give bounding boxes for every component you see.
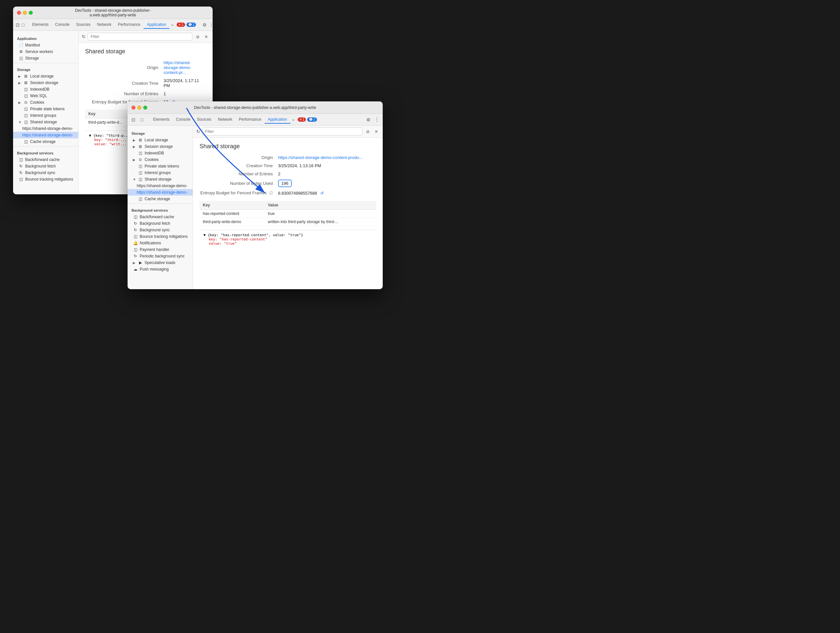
info-origin-value-front[interactable]: https://shared-storage-demo-content-prod…	[278, 155, 363, 160]
json-line3-front: value: "true"	[204, 242, 372, 246]
sidebar-item-bfcache-front[interactable]: ◫ Back/forward cache	[128, 214, 193, 220]
minimize-button-back[interactable]	[23, 11, 27, 15]
devtools-icon-back[interactable]: ⊡	[16, 22, 20, 28]
tab-console-back[interactable]: Console	[52, 21, 73, 29]
sidebar-item-bgsync-front[interactable]: ↻ Background sync	[128, 227, 193, 233]
sidebar-item-websql-back[interactable]: ◫ Web SQL	[13, 93, 78, 99]
sidebar-item-push-front[interactable]: ☁ Push messaging	[128, 266, 193, 273]
refresh-button-front[interactable]: ↻	[196, 129, 200, 134]
sidebar-item-indexeddb-front[interactable]: ◫ IndexedDB	[128, 150, 193, 156]
sidebar-item-cookies-front[interactable]: ▶ ⊙ Cookies	[128, 156, 193, 163]
sidebar-item-serviceworkers-back[interactable]: ⚙ Service workers	[13, 49, 78, 55]
settings-icon-front[interactable]: ⚙	[365, 117, 372, 123]
more-options-icon-back[interactable]: ⋮	[209, 22, 213, 28]
json-key3-front: value:	[209, 242, 222, 246]
minimize-button-front[interactable]	[137, 106, 141, 110]
tab-console-front[interactable]: Console	[173, 116, 194, 124]
sidebar-item-session-storage-back[interactable]: ▶ ⊞ Session storage	[13, 79, 78, 86]
close-button-back[interactable]	[17, 11, 21, 15]
sidebar-item-shared-url2-back[interactable]: https://shared-storage-demo-	[13, 132, 78, 138]
sidebar-item-manifest-back[interactable]: 📄 Manifest	[13, 42, 78, 49]
json-val2-front: "has-reported-content"	[219, 237, 267, 242]
filter-input-back[interactable]	[88, 33, 192, 41]
sidebar-item-notifications-front[interactable]: 🔔 Notifications	[128, 240, 193, 246]
clear-filter-back[interactable]: ⊘	[194, 33, 201, 40]
notifications-icon-front: 🔔	[133, 241, 138, 245]
table-row-2-front[interactable]: third-party-write-demo written into thir…	[199, 218, 376, 226]
tab-network-front[interactable]: Network	[215, 116, 235, 124]
badge-blue-back: 💬 2	[186, 22, 196, 27]
info-creation-row-front: Creation Time 3/25/2024, 1:13:16 PM	[199, 163, 376, 168]
sidebar-item-shared-storage-front[interactable]: ▼ ◫ Shared storage	[128, 176, 193, 183]
sidebar-item-payment-front[interactable]: ◫ Payment handler	[128, 246, 193, 253]
tab-more-front[interactable]: »	[291, 117, 296, 123]
tab-sources-back[interactable]: Sources	[73, 21, 94, 29]
sidebar-item-private-state-back[interactable]: ◫ Private state tokens	[13, 106, 78, 112]
sidebar-item-shared-url1-back[interactable]: https://shared-storage-demo-	[13, 125, 78, 132]
tab-performance-back[interactable]: Performance	[115, 21, 144, 29]
toolbar-back: ⊡ □ Elements Console Sources Network Per…	[13, 19, 213, 31]
more-options-icon-front[interactable]: ⋮	[374, 117, 380, 123]
tab-more-back[interactable]: »	[169, 22, 175, 28]
sidebar-item-cookies-back[interactable]: ▶ ⊙ Cookies	[13, 99, 78, 106]
tab-network-back[interactable]: Network	[94, 21, 115, 29]
sidebar-item-shared-storage-back[interactable]: ▼ ◫ Shared storage	[13, 119, 78, 125]
refresh-button-back[interactable]: ↻	[82, 34, 86, 39]
devtools-icon-front[interactable]: ⊡	[130, 117, 137, 123]
sidebar-item-storage-main-back[interactable]: ◫ Storage	[13, 55, 78, 62]
sidebar-item-private-state-front[interactable]: ◫ Private state tokens	[128, 163, 193, 169]
inspect-icon-front[interactable]: □	[139, 117, 145, 123]
tab-application-front[interactable]: Application	[265, 116, 291, 124]
info-entropy-row-front: Entropy Budget for Fenced Frames ⓘ 8.830…	[199, 190, 376, 196]
expand-arrow-local-back: ▶	[18, 74, 22, 78]
shared-storage-icon-back: ◫	[23, 120, 28, 124]
window-title-front: DevTools - shared-storage-demo-publisher…	[194, 105, 316, 110]
close-filter-back[interactable]: ✕	[203, 33, 209, 40]
sidebar-item-bgsync-back[interactable]: ↻ Background sync	[13, 169, 78, 176]
sidebar-item-local-storage-front[interactable]: ▶ ⊞ Local storage	[128, 137, 193, 143]
close-button-front[interactable]	[131, 106, 136, 110]
sidebar-item-bounce-front[interactable]: ◫ Bounce tracking mitigations	[128, 233, 193, 240]
session-storage-icon-front: ⊞	[138, 144, 143, 149]
inspect-icon-back[interactable]: □	[22, 22, 24, 28]
maximize-button-back[interactable]	[29, 11, 33, 15]
table-cell-key-1-front: has-reported-content	[199, 210, 265, 218]
sidebar-item-bgfetch-front[interactable]: ↻ Background fetch	[128, 220, 193, 227]
reset-entropy-icon-front[interactable]: ↺	[320, 191, 324, 196]
tab-bar-front: Elements Console Sources Network Perform…	[147, 116, 320, 124]
sidebar-item-session-storage-front[interactable]: ▶ ⊞ Session storage	[128, 143, 193, 150]
settings-icon-back[interactable]: ⚙	[202, 22, 207, 28]
entropy-info-icon-front[interactable]: ⓘ	[269, 191, 273, 195]
tab-sources-front[interactable]: Sources	[194, 116, 215, 124]
tab-elements-front[interactable]: Elements	[150, 116, 173, 124]
sidebar-item-indexeddb-back[interactable]: ◫ IndexedDB	[13, 86, 78, 93]
sidebar-item-cache-storage-front[interactable]: ◫ Cache storage	[128, 196, 193, 202]
info-origin-value-back[interactable]: https://shared-storage-demo-content-pr..…	[164, 60, 206, 75]
close-filter-front[interactable]: ✕	[373, 128, 379, 135]
traffic-lights-back[interactable]	[17, 11, 33, 15]
sidebar-item-shared-url1-front[interactable]: https://shared-storage-demo-	[128, 183, 193, 189]
info-creation-row-back: Creation Time 3/25/2024, 1:17:11 PM	[85, 78, 206, 88]
sidebar-section-storage-front: Storage	[128, 128, 193, 137]
sidebar-item-bounce-back[interactable]: ◫ Bounce tracking mitigations	[13, 176, 78, 183]
sidebar-item-interest-groups-front[interactable]: ◫ Interest groups	[128, 169, 193, 176]
filter-input-front[interactable]	[202, 128, 362, 136]
tab-elements-back[interactable]: Elements	[29, 21, 52, 29]
sidebar-item-bgfetch-back[interactable]: ↻ Background fetch	[13, 163, 78, 169]
cookies-icon-back: ⊙	[23, 100, 28, 105]
sidebar-item-cache-storage-back[interactable]: ◫ Cache storage	[13, 138, 78, 145]
maximize-button-front[interactable]	[143, 106, 147, 110]
tab-performance-front[interactable]: Performance	[235, 116, 265, 124]
sidebar-item-shared-url2-front[interactable]: https://shared-storage-demo-	[128, 189, 193, 196]
sidebar-item-speculative-front[interactable]: ▶ ▶ Speculative loads	[128, 259, 193, 266]
json-val2-back: "third-...	[105, 138, 126, 142]
traffic-lights-front[interactable]	[131, 106, 147, 110]
tab-application-back[interactable]: Application	[144, 21, 169, 29]
table-row-1-front[interactable]: has-reported-content true	[199, 210, 376, 218]
sidebar-item-interest-groups-back[interactable]: ◫ Interest groups	[13, 112, 78, 119]
sidebar-item-local-storage-back[interactable]: ▶ ⊞ Local storage	[13, 73, 78, 79]
data-table-front: Key Value has-reported-content true thir…	[199, 201, 376, 226]
sidebar-item-periodic-sync-front[interactable]: ↻ Periodic background sync	[128, 253, 193, 259]
sidebar-item-bfcache-back[interactable]: ◫ Back/forward cache	[13, 156, 78, 163]
clear-filter-front[interactable]: ⊘	[365, 128, 371, 135]
